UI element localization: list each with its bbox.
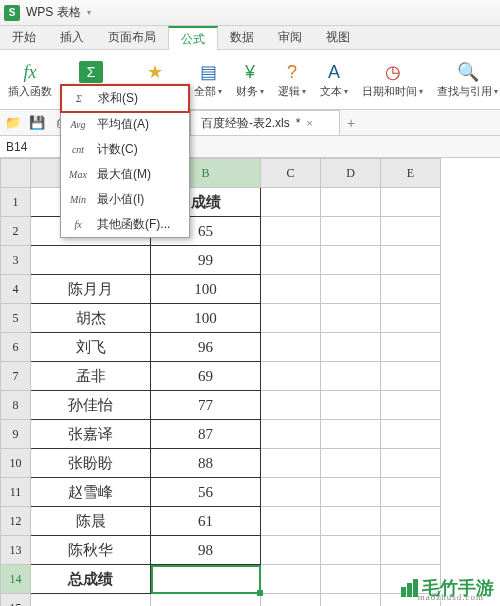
ribbon-insert-function[interactable]: fx 插入函数 (4, 52, 56, 107)
active-cell-B14[interactable] (151, 565, 261, 594)
row-header[interactable]: 4 (1, 275, 31, 304)
cell[interactable]: 98 (151, 536, 261, 565)
cell[interactable]: 87 (151, 420, 261, 449)
cell[interactable] (261, 449, 321, 478)
dd-item-min[interactable]: Min 最小值(I) (61, 187, 189, 212)
row-header[interactable]: 2 (1, 217, 31, 246)
select-all-corner[interactable] (1, 159, 31, 188)
dd-item-average[interactable]: Avg 平均值(A) (61, 112, 189, 137)
dd-item-count[interactable]: cnt 计数(C) (61, 137, 189, 162)
cell[interactable]: 陈月月 (31, 275, 151, 304)
cell[interactable] (381, 188, 441, 217)
cell[interactable]: 88 (151, 449, 261, 478)
tab-insert[interactable]: 插入 (48, 26, 96, 49)
row-header[interactable]: 1 (1, 188, 31, 217)
cell[interactable]: 61 (151, 507, 261, 536)
row-header[interactable]: 5 (1, 304, 31, 333)
cell[interactable] (321, 449, 381, 478)
cell[interactable]: 56 (151, 478, 261, 507)
cell[interactable]: 刘飞 (31, 333, 151, 362)
tab-formula[interactable]: 公式 (168, 26, 218, 50)
cell[interactable] (321, 478, 381, 507)
row-header[interactable]: 6 (1, 333, 31, 362)
cell[interactable] (381, 420, 441, 449)
cell[interactable] (261, 507, 321, 536)
cell[interactable] (321, 304, 381, 333)
cell[interactable] (321, 217, 381, 246)
cell[interactable] (321, 275, 381, 304)
tab-page-layout[interactable]: 页面布局 (96, 26, 168, 49)
cell-total-label[interactable]: 总成绩 (31, 565, 151, 594)
tab-data[interactable]: 数据 (218, 26, 266, 49)
close-tab-icon[interactable]: × (306, 117, 312, 129)
cell[interactable] (321, 594, 381, 607)
row-header[interactable]: 10 (1, 449, 31, 478)
row-header[interactable]: 3 (1, 246, 31, 275)
cell[interactable] (321, 362, 381, 391)
cell[interactable] (261, 391, 321, 420)
cell[interactable]: 77 (151, 391, 261, 420)
ribbon-finance[interactable]: ¥ 财务▾ (232, 52, 268, 107)
cell[interactable] (261, 246, 321, 275)
cell[interactable] (261, 188, 321, 217)
cell[interactable] (381, 478, 441, 507)
cell[interactable]: 100 (151, 275, 261, 304)
tab-review[interactable]: 审阅 (266, 26, 314, 49)
open-icon[interactable]: 📁 (4, 114, 22, 132)
cell[interactable]: 孟非 (31, 362, 151, 391)
row-header[interactable]: 7 (1, 362, 31, 391)
cell[interactable]: 孙佳怡 (31, 391, 151, 420)
fill-handle[interactable] (257, 590, 263, 596)
cell[interactable] (381, 449, 441, 478)
cell[interactable] (321, 391, 381, 420)
cell[interactable] (321, 536, 381, 565)
cell[interactable] (261, 333, 321, 362)
cell[interactable] (321, 188, 381, 217)
cell[interactable] (321, 333, 381, 362)
cell[interactable] (381, 304, 441, 333)
row-header[interactable]: 9 (1, 420, 31, 449)
cell[interactable] (151, 594, 261, 607)
cell[interactable] (261, 420, 321, 449)
ribbon-datetime[interactable]: ◷ 日期和时间▾ (358, 52, 427, 107)
cell[interactable] (261, 362, 321, 391)
cell[interactable] (381, 391, 441, 420)
cell[interactable] (261, 275, 321, 304)
cell[interactable] (381, 362, 441, 391)
row-header[interactable]: 8 (1, 391, 31, 420)
row-header[interactable]: 15 (1, 594, 31, 607)
col-header-D[interactable]: D (321, 159, 381, 188)
titlebar-caret-icon[interactable]: ▾ (87, 8, 91, 17)
dd-item-sum[interactable]: Σ 求和(S) (60, 84, 190, 113)
cell[interactable]: 陈秋华 (31, 536, 151, 565)
cell[interactable]: 张嘉译 (31, 420, 151, 449)
ribbon-logic[interactable]: ? 逻辑▾ (274, 52, 310, 107)
row-header[interactable]: 14 (1, 565, 31, 594)
cell[interactable] (261, 594, 321, 607)
document-tab[interactable]: 百度经验-表2.xls * × (190, 110, 340, 135)
dd-item-max[interactable]: Max 最大值(M) (61, 162, 189, 187)
cell[interactable] (261, 217, 321, 246)
ribbon-lookup[interactable]: 🔍 查找与引用▾ (433, 52, 500, 107)
cell[interactable] (261, 478, 321, 507)
dd-item-more-fn[interactable]: fx 其他函数(F)... (61, 212, 189, 237)
cell[interactable] (381, 333, 441, 362)
cell[interactable] (261, 304, 321, 333)
cell[interactable] (321, 246, 381, 275)
cell[interactable]: 99 (151, 246, 261, 275)
cell[interactable] (321, 420, 381, 449)
cell[interactable] (321, 507, 381, 536)
cell[interactable]: 赵雪峰 (31, 478, 151, 507)
cell[interactable]: 陈晨 (31, 507, 151, 536)
ribbon-all[interactable]: ▤ 全部▾ (190, 52, 226, 107)
cell[interactable] (321, 565, 381, 594)
col-header-E[interactable]: E (381, 159, 441, 188)
ribbon-text[interactable]: A 文本▾ (316, 52, 352, 107)
cell[interactable]: 69 (151, 362, 261, 391)
row-header[interactable]: 11 (1, 478, 31, 507)
save-icon[interactable]: 💾 (28, 114, 46, 132)
cell[interactable] (381, 536, 441, 565)
row-header[interactable]: 12 (1, 507, 31, 536)
new-tab-button[interactable]: + (340, 110, 362, 135)
cell[interactable] (381, 275, 441, 304)
